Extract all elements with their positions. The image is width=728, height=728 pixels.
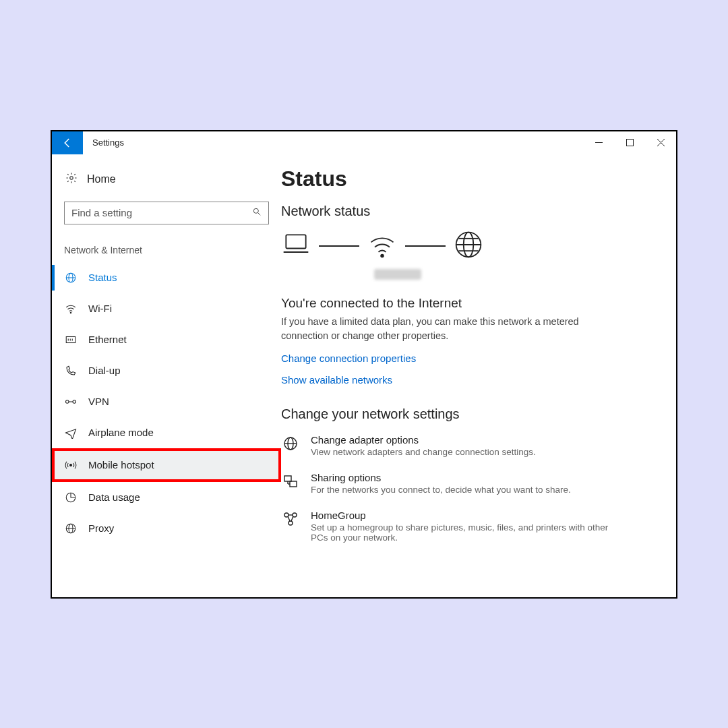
sidebar-item-label: Dial-up [88, 365, 121, 376]
show-available-networks-link[interactable]: Show available networks [281, 374, 392, 386]
sidebar-section-label: Network & Internet [52, 224, 281, 262]
svg-point-16 [70, 464, 72, 466]
search-input[interactable]: Find a setting [64, 202, 269, 224]
sidebar-item-label: VPN [88, 396, 109, 407]
svg-line-4 [258, 213, 261, 216]
sidebar-item-mobile-hotspot[interactable]: Mobile hotspot [52, 448, 281, 482]
svg-rect-1 [626, 140, 633, 146]
redacted-network-name [374, 269, 421, 280]
hotspot-icon [64, 459, 78, 471]
sharing-icon [281, 472, 300, 489]
connected-heading: You're connected to the Internet [281, 296, 655, 311]
network-diagram [281, 230, 655, 262]
svg-point-23 [381, 254, 384, 257]
svg-rect-33 [290, 481, 297, 487]
svg-point-13 [66, 400, 69, 403]
option-title: HomeGroup [311, 510, 621, 521]
svg-point-2 [70, 176, 73, 179]
sidebar-item-dialup[interactable]: Dial-up [52, 355, 281, 386]
option-title: Change adapter options [311, 434, 536, 446]
sidebar-item-label: Wi-Fi [88, 303, 112, 314]
search-placeholder: Find a setting [71, 207, 132, 218]
sidebar-item-label: Status [88, 272, 117, 283]
svg-point-8 [70, 312, 71, 313]
option-change-adapter[interactable]: Change adapter options View network adap… [281, 434, 655, 457]
back-button[interactable] [52, 131, 83, 154]
home-button[interactable]: Home [52, 169, 281, 189]
connector-line [319, 245, 359, 247]
svg-rect-9 [66, 336, 75, 342]
sidebar-item-label: Ethernet [88, 334, 127, 345]
close-button[interactable] [645, 131, 676, 154]
homegroup-icon [281, 510, 300, 527]
connected-body-text: If you have a limited data plan, you can… [281, 315, 591, 343]
svg-line-40 [291, 516, 293, 521]
gear-icon [65, 172, 78, 187]
svg-rect-32 [284, 476, 291, 481]
sidebar: Home Find a setting Network & Internet S… [52, 154, 281, 597]
option-desc: For the networks you connect to, decide … [311, 485, 571, 495]
sidebar-item-proxy[interactable]: Proxy [52, 513, 281, 544]
sidebar-nav: Status Wi-Fi Ethernet [52, 262, 281, 544]
page-title: Status [281, 166, 655, 191]
svg-rect-21 [286, 235, 305, 248]
sidebar-item-label: Proxy [88, 522, 114, 534]
option-desc: Set up a homegroup to share pictures, mu… [311, 522, 621, 543]
laptop-icon [281, 230, 311, 262]
status-icon [64, 272, 78, 284]
change-settings-heading: Change your network settings [281, 406, 655, 422]
sidebar-item-airplane[interactable]: Airplane mode [52, 417, 281, 448]
change-connection-properties-link[interactable]: Change connection properties [281, 353, 416, 364]
window-title: Settings [83, 138, 583, 148]
wifi-icon [64, 303, 78, 315]
window-controls [583, 131, 676, 154]
vpn-icon [64, 396, 78, 408]
sidebar-item-label: Airplane mode [88, 427, 154, 438]
maximize-button[interactable] [614, 131, 645, 154]
option-title: Sharing options [311, 472, 571, 483]
sidebar-item-label: Mobile hotspot [88, 459, 154, 471]
option-desc: View network adapters and change connect… [311, 447, 536, 457]
sidebar-item-status[interactable]: Status [52, 262, 281, 293]
airplane-icon [64, 427, 78, 439]
sidebar-item-ethernet[interactable]: Ethernet [52, 324, 281, 355]
settings-window: Settings Home Find a setting [51, 130, 677, 599]
globe-icon [64, 522, 78, 535]
ethernet-icon [64, 334, 78, 346]
option-homegroup[interactable]: HomeGroup Set up a homegroup to share pi… [281, 510, 655, 543]
adapter-icon [281, 434, 300, 452]
svg-point-14 [73, 400, 76, 403]
sidebar-item-data-usage[interactable]: Data usage [52, 482, 281, 513]
data-usage-icon [64, 491, 78, 504]
main-panel: Status Network status You're connected t… [281, 154, 676, 597]
phone-icon [64, 365, 78, 377]
svg-line-39 [288, 516, 290, 521]
sidebar-item-label: Data usage [88, 491, 140, 503]
sidebar-item-vpn[interactable]: VPN [52, 386, 281, 417]
titlebar: Settings [52, 131, 676, 154]
svg-point-38 [289, 521, 293, 525]
sidebar-item-wifi[interactable]: Wi-Fi [52, 293, 281, 324]
search-icon [252, 207, 262, 218]
connector-line [405, 245, 446, 247]
wifi-signal-icon [367, 230, 397, 262]
minimize-button[interactable] [583, 131, 614, 154]
globe-large-icon [454, 230, 483, 262]
home-label: Home [87, 173, 116, 185]
body: Home Find a setting Network & Internet S… [52, 154, 676, 597]
network-status-heading: Network status [281, 204, 655, 219]
svg-point-3 [253, 208, 258, 213]
option-sharing[interactable]: Sharing options For the networks you con… [281, 472, 655, 495]
